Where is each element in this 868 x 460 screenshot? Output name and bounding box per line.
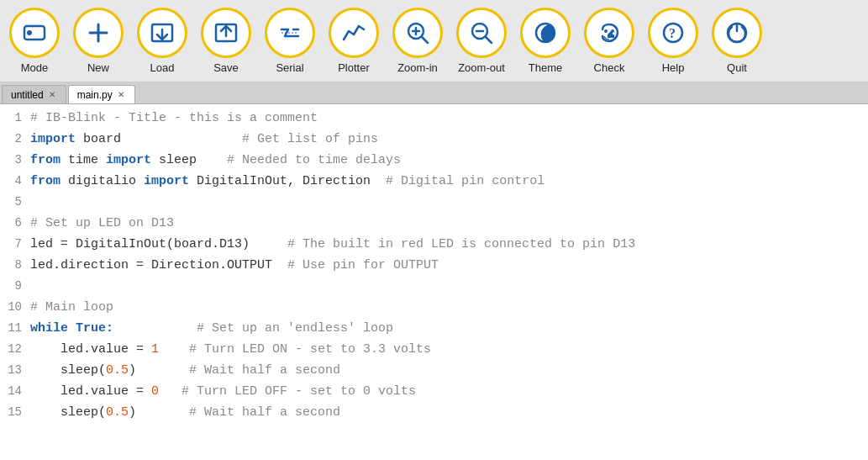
tab-untitled-label: untitled (11, 89, 44, 101)
serial-icon-circle (265, 8, 315, 58)
tab-main-py-label: main.py (77, 89, 113, 101)
line-content-1: # IB-Blink - Title - this is a comment (30, 108, 868, 129)
code-line-10: 10 # Main loop (0, 297, 868, 318)
line-content-15: sleep(0.5) # Wait half a second (30, 403, 868, 423)
save-icon (213, 19, 239, 46)
code-line-14: 14 led.value = 0 # Turn LED OFF - set to… (0, 381, 868, 402)
theme-button[interactable]: Theme (514, 4, 576, 78)
check-label: Check (594, 61, 625, 74)
line-num-11: 11 (0, 318, 30, 338)
serial-button[interactable]: Serial (259, 4, 321, 78)
svg-point-18 (604, 29, 608, 33)
help-button[interactable]: ? Help (642, 4, 704, 78)
new-icon (85, 19, 112, 46)
line-num-4: 4 (0, 171, 30, 191)
tab-untitled-close[interactable]: ✕ (47, 90, 57, 99)
line-content-8: led.direction = Direction.OUTPUT # Use p… (30, 256, 868, 276)
plotter-icon-circle (329, 8, 379, 58)
svg-text:?: ? (669, 26, 676, 40)
line-num-10: 10 (0, 297, 30, 317)
theme-icon-circle (520, 8, 571, 58)
quit-button[interactable]: Quit (706, 4, 768, 78)
help-label: Help (662, 61, 685, 74)
quit-icon-circle (712, 8, 762, 58)
line-content-5 (30, 193, 868, 213)
line-num-2: 2 (0, 129, 30, 149)
save-button[interactable]: Save (195, 4, 257, 78)
line-num-5: 5 (0, 192, 30, 212)
zoom-out-icon-circle (456, 8, 507, 58)
zoom-in-label: Zoom-in (397, 61, 438, 74)
save-icon-circle (201, 8, 251, 58)
tab-untitled[interactable]: untitled ✕ (2, 85, 66, 103)
new-icon-circle (73, 8, 124, 58)
mode-icon (21, 19, 48, 46)
zoom-in-icon (404, 19, 431, 46)
line-num-14: 14 (0, 381, 30, 401)
serial-label: Serial (276, 61, 303, 74)
code-line-11: 11 while True: # Set up an 'endless' loo… (0, 318, 868, 339)
line-content-7: led = DigitalInOut(board.D13) # The buil… (30, 235, 868, 255)
code-line-3: 3 from time import sleep # Needed to tim… (0, 150, 868, 171)
line-num-8: 8 (0, 255, 30, 275)
serial-icon (276, 19, 303, 46)
line-num-7: 7 (0, 234, 30, 254)
svg-line-13 (422, 37, 428, 43)
load-icon (149, 19, 176, 46)
line-num-3: 3 (0, 150, 30, 170)
tab-main-py-close[interactable]: ✕ (116, 90, 126, 99)
theme-icon (532, 19, 559, 46)
zoom-out-button[interactable]: Zoom-out (450, 4, 513, 78)
zoom-in-button[interactable]: Zoom-in (387, 4, 449, 78)
load-button[interactable]: Load (131, 4, 193, 78)
line-num-6: 6 (0, 213, 30, 233)
save-label: Save (213, 61, 239, 74)
mode-label: Mode (21, 61, 49, 74)
code-line-2: 2 import board # Get list of pins (0, 129, 868, 150)
mode-icon-circle (9, 8, 60, 58)
code-line-4: 4 from digitalio import DigitalInOut, Di… (0, 171, 868, 192)
mode-button[interactable]: Mode (3, 4, 66, 78)
line-num-1: 1 (0, 108, 30, 128)
plotter-button[interactable]: Plotter (323, 4, 385, 78)
line-content-11: while True: # Set up an 'endless' loop (30, 319, 868, 339)
line-content-2: import board # Get list of pins (30, 130, 868, 150)
zoom-out-label: Zoom-out (458, 61, 505, 74)
code-line-15: 15 sleep(0.5) # Wait half a second (0, 402, 868, 423)
new-label: New (87, 61, 109, 74)
quit-icon (723, 19, 750, 46)
code-editor[interactable]: 1 # IB-Blink - Title - this is a comment… (0, 104, 868, 460)
zoom-in-icon-circle (392, 8, 443, 58)
line-content-14: led.value = 0 # Turn LED OFF - set to 0 … (30, 382, 868, 402)
tab-main-py[interactable]: main.py ✕ (68, 85, 135, 103)
line-content-9 (30, 277, 868, 297)
zoom-out-icon (468, 19, 495, 46)
code-line-8: 8 led.direction = Direction.OUTPUT # Use… (0, 255, 868, 276)
load-label: Load (150, 61, 175, 74)
plotter-icon (340, 19, 367, 46)
check-button[interactable]: Check (578, 4, 640, 78)
line-num-9: 9 (0, 276, 30, 296)
code-line-9: 9 (0, 276, 868, 297)
code-line-13: 13 sleep(0.5) # Wait half a second (0, 360, 868, 381)
plotter-label: Plotter (338, 61, 370, 74)
line-num-12: 12 (0, 339, 30, 359)
line-num-15: 15 (0, 402, 30, 422)
new-button[interactable]: New (67, 4, 129, 78)
toolbar: Mode New Load (0, 0, 868, 82)
tabs-bar: untitled ✕ main.py ✕ (0, 82, 868, 104)
code-line-1: 1 # IB-Blink - Title - this is a comment (0, 108, 868, 129)
check-icon-circle (584, 8, 634, 58)
line-content-4: from digitalio import DigitalInOut, Dire… (30, 172, 868, 192)
line-content-13: sleep(0.5) # Wait half a second (30, 361, 868, 381)
check-icon (596, 19, 623, 46)
svg-point-1 (27, 30, 32, 35)
code-line-12: 12 led.value = 1 # Turn LED ON - set to … (0, 339, 868, 360)
theme-label: Theme (529, 61, 562, 74)
quit-label: Quit (727, 61, 747, 74)
line-num-13: 13 (0, 360, 30, 380)
code-line-7: 7 led = DigitalInOut(board.D13) # The bu… (0, 234, 868, 255)
line-content-3: from time import sleep # Needed to time … (30, 151, 868, 171)
svg-line-16 (486, 37, 492, 43)
help-icon: ? (660, 19, 687, 46)
